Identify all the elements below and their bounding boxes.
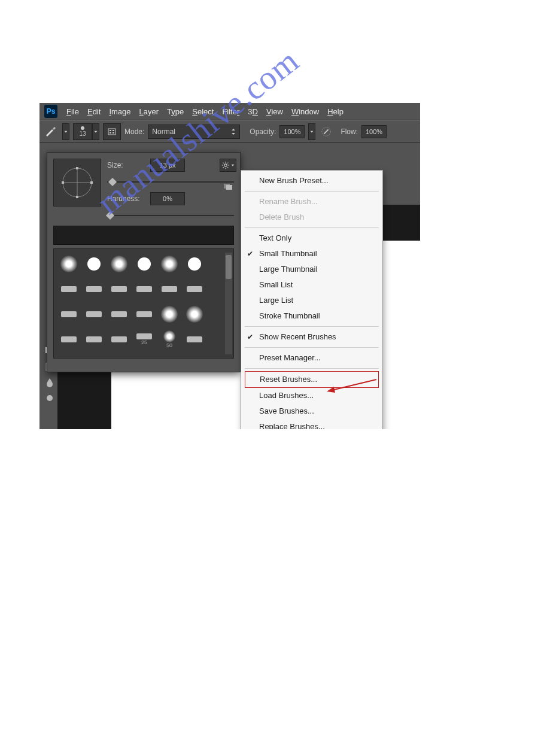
svg-rect-26 xyxy=(90,181,93,184)
menu-replace-brushes[interactable]: Replace Brushes... xyxy=(241,419,382,429)
svg-rect-25 xyxy=(62,181,64,184)
brush-thumb[interactable]: 25 xyxy=(133,328,156,351)
brush-thumb[interactable] xyxy=(183,278,206,300)
photoshop-window: Ps File Edit Image Layer Type Select Fil… xyxy=(39,103,420,429)
menu-window[interactable]: Window xyxy=(287,107,323,116)
pressure-opacity-icon[interactable] xyxy=(319,125,333,139)
brush-thumb[interactable] xyxy=(83,278,105,300)
svg-rect-27 xyxy=(76,167,78,169)
menu-text-only[interactable]: Text Only xyxy=(241,230,382,246)
brush-thumb[interactable] xyxy=(57,328,80,351)
menu-save-brushes[interactable]: Save Brushes... xyxy=(241,403,382,419)
brush-grid-scrollbar[interactable] xyxy=(225,253,232,354)
brush-thumb[interactable] xyxy=(183,328,206,351)
flow-label: Flow: xyxy=(341,127,358,136)
menu-new-brush-preset[interactable]: New Brush Preset... xyxy=(241,173,382,189)
brush-thumb[interactable] xyxy=(183,253,206,275)
menu-large-thumbnail[interactable]: Large Thumbnail xyxy=(241,262,382,277)
brush-thumb[interactable] xyxy=(108,303,130,326)
brush-thumb[interactable] xyxy=(108,278,130,300)
brush-thumb[interactable] xyxy=(158,253,181,275)
drop-icon[interactable] xyxy=(44,377,56,388)
brush-thumb[interactable] xyxy=(57,253,80,275)
brush-thumb[interactable] xyxy=(83,328,105,351)
brush-thumb[interactable] xyxy=(158,278,181,300)
circle-tool-icon[interactable] xyxy=(44,392,56,404)
menu-stroke-thumbnail[interactable]: Stroke Thumbnail xyxy=(241,308,382,324)
menu-type[interactable]: Type xyxy=(163,107,188,116)
menu-view[interactable]: View xyxy=(262,107,287,116)
svg-line-16 xyxy=(223,163,224,163)
brush-thumb[interactable] xyxy=(57,278,80,300)
menu-reset-brushes[interactable]: Reset Brushes... xyxy=(245,371,379,388)
menu-separator xyxy=(245,368,379,369)
menu-small-list[interactable]: Small List xyxy=(241,277,382,293)
menu-rename-brush: Rename Brush... xyxy=(241,194,382,210)
svg-rect-0 xyxy=(108,129,115,135)
panel-gear-button[interactable] xyxy=(220,159,236,172)
brush-panel-toggle[interactable] xyxy=(103,123,121,140)
size-slider[interactable] xyxy=(107,178,234,186)
hardness-label: Hardness: xyxy=(107,195,144,203)
brush-thumb[interactable] xyxy=(133,278,156,300)
brush-thumb[interactable] xyxy=(158,303,181,326)
brush-preset-picker[interactable]: 13 xyxy=(73,123,92,140)
opacity-caret[interactable] xyxy=(308,123,315,140)
brush-thumb[interactable]: 50 xyxy=(158,328,181,351)
menu-edit[interactable]: Edit xyxy=(83,107,105,116)
brush-thumb[interactable] xyxy=(83,253,105,275)
brush-tip-preview[interactable] xyxy=(53,159,101,207)
menu-help[interactable]: Help xyxy=(323,107,348,116)
hardness-field[interactable]: 0% xyxy=(150,192,185,205)
opacity-label: Opacity: xyxy=(250,127,276,136)
brush-size-label: 13 xyxy=(79,130,86,137)
menu-large-list[interactable]: Large List xyxy=(241,293,382,308)
mode-value: Normal xyxy=(152,127,175,136)
svg-line-18 xyxy=(223,167,224,168)
brush-tool-icon[interactable] xyxy=(43,124,59,139)
brush-preset-panel: Size: 13 px Hardness: 0% xyxy=(47,152,241,372)
menu-3d[interactable]: 3D xyxy=(244,107,262,116)
svg-rect-3 xyxy=(113,130,114,131)
svg-point-11 xyxy=(224,164,227,166)
brush-search-bar[interactable] xyxy=(53,226,234,245)
svg-point-10 xyxy=(47,395,53,401)
brush-thumb[interactable] xyxy=(83,303,105,326)
menubar: Ps File Edit Image Layer Type Select Fil… xyxy=(39,103,420,120)
brush-thumb[interactable] xyxy=(108,328,130,351)
brush-thumb[interactable] xyxy=(133,303,156,326)
brush-thumb[interactable] xyxy=(57,303,80,326)
menu-separator xyxy=(245,191,379,192)
size-label: Size: xyxy=(107,161,144,169)
flow-field[interactable]: 100% xyxy=(361,125,387,138)
brush-settings-menu: New Brush Preset... Rename Brush... Dele… xyxy=(241,170,383,429)
ps-logo: Ps xyxy=(44,105,57,118)
menu-show-recent-brushes[interactable]: Show Recent Brushes xyxy=(241,329,382,345)
brush-thumb[interactable] xyxy=(108,253,130,275)
hardness-slider[interactable] xyxy=(107,211,234,220)
brush-thumb[interactable] xyxy=(133,253,156,275)
menu-preset-manager[interactable]: Preset Manager... xyxy=(241,350,382,366)
menu-load-brushes[interactable]: Load Brushes... xyxy=(241,388,382,403)
opacity-field[interactable]: 100% xyxy=(279,125,305,138)
svg-rect-4 xyxy=(113,132,114,133)
menu-select[interactable]: Select xyxy=(188,107,218,116)
brush-thumb[interactable] xyxy=(183,303,206,326)
mode-select[interactable]: Normal xyxy=(148,125,240,139)
tool-preset-caret[interactable] xyxy=(62,123,69,140)
brush-preset-caret[interactable] xyxy=(92,123,99,140)
menu-separator xyxy=(245,227,379,228)
menu-small-thumbnail[interactable]: Small Thumbnail xyxy=(241,246,382,262)
options-bar: 13 Mode: Normal Opacity: 100% F xyxy=(39,120,420,143)
menu-image[interactable]: Image xyxy=(105,107,135,116)
size-field[interactable]: 13 px xyxy=(150,159,185,172)
menu-delete-brush: Delete Brush xyxy=(241,210,382,225)
menu-separator xyxy=(245,347,379,348)
brush-grid: 25 50 xyxy=(53,248,234,359)
brush-thumb-size: 25 xyxy=(141,339,147,345)
svg-rect-28 xyxy=(76,196,78,198)
mode-label: Mode: xyxy=(124,127,144,136)
menu-filter[interactable]: Filter xyxy=(218,107,244,116)
menu-file[interactable]: File xyxy=(62,107,83,116)
menu-layer[interactable]: Layer xyxy=(135,107,163,116)
